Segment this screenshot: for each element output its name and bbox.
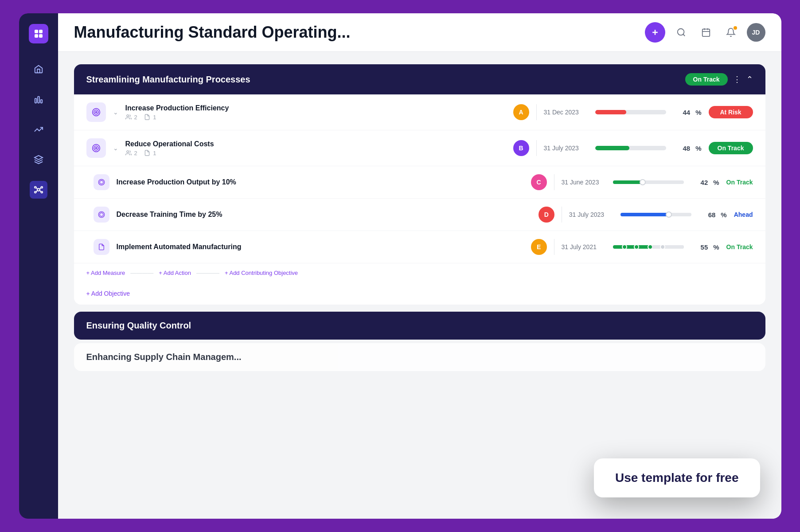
svg-marker-7 bbox=[34, 156, 42, 160]
calendar-button[interactable] bbox=[697, 23, 715, 41]
search-icon bbox=[676, 27, 686, 37]
objective-3-icon bbox=[94, 174, 109, 190]
sidebar bbox=[19, 13, 58, 519]
svg-point-28 bbox=[126, 115, 129, 117]
add-contributing-link[interactable]: + Add Contributing Objective bbox=[225, 270, 298, 276]
objective-row-5: Implement Automated Manufacturing E 31 J… bbox=[74, 231, 765, 263]
objective-1-status: At Risk bbox=[709, 106, 753, 118]
objective-2-name: Reduce Operational Costs bbox=[125, 140, 506, 148]
add-links-row: + Add Measure ———— + Add Action ———— + A… bbox=[74, 263, 765, 282]
sidebar-item-dashboard[interactable] bbox=[30, 90, 47, 108]
objective-row-1: ⌄ Increase Production Efficiency 2 1 A bbox=[74, 94, 765, 130]
objective-3-progress-bar bbox=[613, 180, 684, 184]
svg-rect-5 bbox=[38, 97, 39, 103]
divider-4 bbox=[562, 207, 562, 223]
objective-5-progress-bar bbox=[613, 245, 684, 249]
sep-1: ———— bbox=[130, 270, 153, 276]
svg-point-26 bbox=[94, 110, 98, 114]
objective-3-thumb bbox=[640, 179, 646, 185]
add-action-link[interactable]: + Add Action bbox=[159, 270, 191, 276]
objective-4-progress-container: 68 % bbox=[620, 211, 727, 219]
objective-1-progress-pct: 44 bbox=[671, 109, 690, 116]
objective-5-status: On Track bbox=[726, 243, 753, 250]
sub-target-icon-2 bbox=[98, 211, 105, 218]
objective-row-2: ⌄ Reduce Operational Costs 2 1 B 31 bbox=[74, 130, 765, 166]
section-1-collapse-button[interactable]: ⌃ bbox=[746, 74, 753, 84]
cta-label[interactable]: Use template for free bbox=[615, 471, 739, 485]
svg-rect-0 bbox=[35, 30, 38, 33]
objective-3-date: 31 June 2023 bbox=[562, 179, 606, 186]
chart-icon bbox=[34, 94, 43, 104]
objective-3-avatar: C bbox=[531, 174, 547, 190]
sidebar-item-trends[interactable] bbox=[30, 121, 47, 138]
cta-container[interactable]: Use template for free bbox=[594, 458, 760, 497]
svg-line-14 bbox=[39, 188, 41, 190]
svg-line-20 bbox=[683, 34, 685, 36]
okr-section-1: Streamlining Manufacturing Processes On … bbox=[74, 64, 765, 305]
objective-5-progress-pct: 55 bbox=[689, 243, 708, 251]
sidebar-item-network[interactable] bbox=[30, 181, 47, 199]
objective-5-avatar: E bbox=[531, 239, 547, 255]
doc-icon-2 bbox=[144, 150, 150, 156]
notification-badge bbox=[733, 25, 738, 31]
objective-5-progress-container: 55 % bbox=[613, 243, 719, 251]
section-1-more-button[interactable]: ⋮ bbox=[733, 74, 741, 84]
notification-button[interactable] bbox=[722, 23, 740, 41]
objective-2-meta: 2 1 bbox=[125, 150, 506, 156]
svg-rect-1 bbox=[39, 30, 43, 33]
objective-3-status: On Track bbox=[726, 179, 753, 186]
user-avatar[interactable]: JD bbox=[747, 23, 765, 42]
objective-2-avatar: B bbox=[513, 140, 529, 156]
section-1-title: Streamlining Manufacturing Processes bbox=[86, 74, 250, 85]
section-1-actions: On Track ⋮ ⌃ bbox=[685, 73, 753, 86]
add-button[interactable] bbox=[645, 22, 665, 43]
sub-target-icon bbox=[98, 179, 105, 186]
objective-2-chevron[interactable]: ⌄ bbox=[113, 145, 118, 152]
objective-2-info: Reduce Operational Costs 2 1 bbox=[125, 140, 506, 156]
doc-icon bbox=[144, 114, 150, 120]
add-measure-link[interactable]: + Add Measure bbox=[86, 270, 125, 276]
svg-point-27 bbox=[95, 111, 97, 113]
sidebar-item-layers[interactable] bbox=[30, 151, 47, 168]
objective-2-progress-fill bbox=[595, 146, 629, 150]
target-icon-2 bbox=[92, 144, 101, 153]
objective-3-progress-pct: 42 bbox=[689, 179, 708, 186]
svg-rect-4 bbox=[35, 98, 36, 103]
doc-sub-icon bbox=[98, 243, 105, 250]
sidebar-item-home[interactable] bbox=[30, 60, 47, 78]
plus-icon bbox=[651, 28, 660, 37]
objective-4-icon bbox=[94, 207, 109, 223]
objective-1-docs: 1 bbox=[153, 114, 156, 121]
objective-5-date: 31 July 2021 bbox=[562, 243, 606, 250]
divider-5 bbox=[554, 239, 554, 255]
objective-1-name: Increase Production Efficiency bbox=[125, 104, 506, 112]
search-button[interactable] bbox=[672, 23, 690, 41]
main-content: Manufacturing Standard Operating... bbox=[58, 13, 781, 519]
objective-1-info: Increase Production Efficiency 2 1 bbox=[125, 104, 506, 121]
svg-point-31 bbox=[95, 147, 97, 149]
objective-row-3: Increase Production Output by 10% C 31 J… bbox=[74, 166, 765, 199]
objective-1-progress-fill bbox=[595, 110, 627, 114]
svg-point-12 bbox=[41, 192, 43, 193]
layers-icon bbox=[34, 155, 43, 164]
people-icon bbox=[125, 114, 132, 120]
calendar-icon bbox=[701, 27, 711, 37]
objective-4-status: Ahead bbox=[734, 211, 753, 218]
objective-1-date: 31 Dec 2023 bbox=[544, 109, 588, 116]
divider-2 bbox=[536, 140, 537, 156]
add-objective-link[interactable]: + Add Objective bbox=[86, 290, 130, 297]
section-1-header: Streamlining Manufacturing Processes On … bbox=[74, 64, 765, 94]
section-2-title: Ensuring Quality Control bbox=[86, 321, 191, 330]
svg-rect-3 bbox=[39, 34, 43, 38]
objective-1-pct-symbol: % bbox=[695, 109, 701, 116]
svg-point-19 bbox=[677, 29, 684, 35]
section-3-title: Enhancing Supply Chain Managem... bbox=[86, 352, 242, 362]
objective-2-progress-bar bbox=[595, 146, 667, 150]
objective-2-pct-symbol: % bbox=[695, 145, 701, 152]
objective-row-4: Decrease Training Time by 25% D 31 July … bbox=[74, 199, 765, 231]
objective-2-assignees: 2 bbox=[134, 150, 137, 156]
objective-1-chevron[interactable]: ⌄ bbox=[113, 109, 118, 116]
content-area: Streamlining Manufacturing Processes On … bbox=[58, 52, 781, 519]
sidebar-logo[interactable] bbox=[29, 24, 48, 43]
divider bbox=[536, 104, 537, 120]
